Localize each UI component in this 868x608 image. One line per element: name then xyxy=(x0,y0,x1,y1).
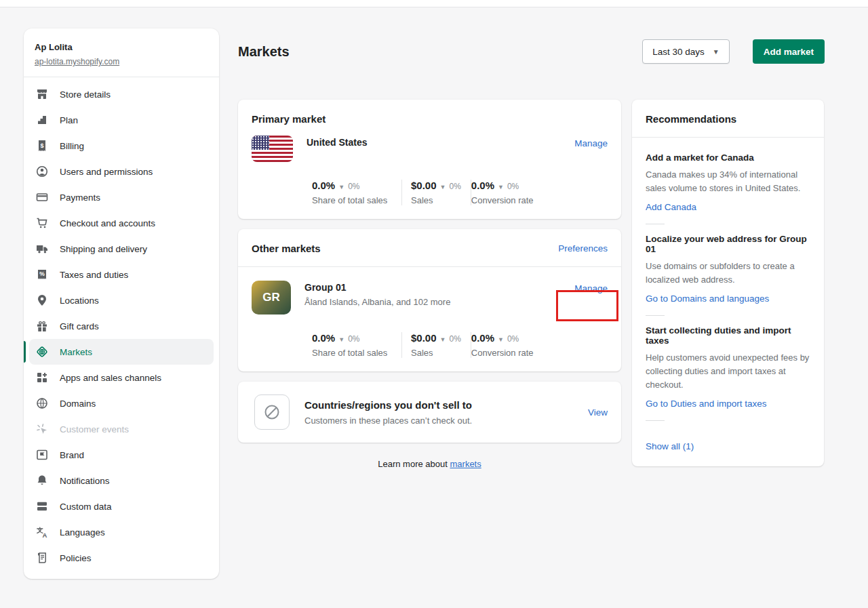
taxes-icon: % xyxy=(35,268,49,281)
gift-icon xyxy=(35,319,49,333)
users-icon xyxy=(35,165,49,178)
settings-nav: Store details Plan $ Billing Users and p… xyxy=(24,77,219,573)
no-sell-view-link[interactable]: View xyxy=(588,407,608,418)
date-range-label: Last 30 days xyxy=(652,47,705,57)
stat-value: $0.00 xyxy=(411,332,437,344)
other-markets-header: Other markets Preferences xyxy=(238,229,621,267)
group-market-regions: Åland Islands, Albania, and 102 more xyxy=(304,297,574,307)
sidebar-item-gift-cards[interactable]: Gift cards xyxy=(29,313,214,339)
billing-icon: $ xyxy=(35,139,49,153)
sidebar-item-notifications[interactable]: Notifications xyxy=(29,468,214,493)
primary-manage-link[interactable]: Manage xyxy=(574,138,608,148)
sidebar-item-languages[interactable]: A Languages xyxy=(29,519,214,545)
sidebar-item-customer-events[interactable]: Customer events xyxy=(29,416,214,442)
settings-sidebar: Ap Lolita ap-lotita.myshopify.com Store … xyxy=(24,28,219,579)
stat-change: 0% xyxy=(507,182,519,191)
sidebar-item-brand[interactable]: Brand xyxy=(29,442,214,468)
sidebar-item-custom-data[interactable]: Custom data xyxy=(29,493,214,519)
chevron-down-icon: ▼ xyxy=(713,48,719,56)
show-all-link[interactable]: Show all (1) xyxy=(646,441,694,451)
stat-label: Conversion rate xyxy=(471,195,534,205)
svg-text:A: A xyxy=(43,531,47,539)
sidebar-item-users-and-permissions[interactable]: Users and permissions xyxy=(29,159,214,184)
sidebar-item-domains[interactable]: Domains xyxy=(29,390,214,416)
sidebar-item-store-details[interactable]: Store details xyxy=(29,81,214,107)
store-icon xyxy=(35,87,49,101)
group-market-row: GR Group 01 Åland Islands, Albania, and … xyxy=(252,281,608,315)
store-domain-link[interactable]: ap-lotita.myshopify.com xyxy=(35,57,119,66)
stat-value: $0.00 xyxy=(411,180,437,191)
domains-icon xyxy=(35,397,49,410)
primary-market-actions: Manage xyxy=(574,136,608,149)
stat-change: 0% xyxy=(348,182,359,191)
divider xyxy=(646,315,665,316)
customer-events-icon xyxy=(35,422,49,436)
recommendations-header: Recommendations xyxy=(632,100,824,138)
caret-down-icon: ▼ xyxy=(498,184,504,190)
stat-change: 0% xyxy=(348,334,359,344)
markets-icon xyxy=(35,345,49,359)
store-name: Ap Lolita xyxy=(35,42,208,52)
add-market-button[interactable]: Add market xyxy=(753,39,825,64)
divider xyxy=(646,420,665,421)
sidebar-item-payments[interactable]: Payments xyxy=(29,184,214,210)
recommendation-link[interactable]: Go to Duties and import taxes xyxy=(646,399,767,409)
languages-icon: A xyxy=(35,525,49,539)
learn-more-prefix: Learn more about xyxy=(378,459,448,469)
preferences-link[interactable]: Preferences xyxy=(558,243,608,254)
locations-icon xyxy=(35,293,49,307)
sidebar-item-conversion-rate: 0.0% ▼ 0% Conversion rate xyxy=(471,180,543,205)
stat-label: Conversion rate xyxy=(471,348,534,358)
primary-market-row: United States Manage xyxy=(252,136,608,162)
stat-label: Share of total sales xyxy=(312,195,392,205)
sidebar-item-apps-and-sales-channels[interactable]: Apps and sales channels xyxy=(29,365,214,390)
date-range-dropdown[interactable]: Last 30 days ▼ xyxy=(642,39,729,64)
no-sell-title: Countries/regions you don't sell to xyxy=(304,399,588,411)
sidebar-item-policies[interactable]: Policies xyxy=(29,545,214,571)
primary-market-card: Primary market United States Manage 0.0%… xyxy=(238,100,621,219)
store-header: Ap Lolita ap-lotita.myshopify.com xyxy=(24,28,219,77)
stat-change: 0% xyxy=(449,182,460,191)
primary-market-title: Primary market xyxy=(252,113,608,125)
recommendations-footer: Show all (1) xyxy=(632,437,824,466)
payments-icon xyxy=(35,190,49,204)
shipping-icon xyxy=(35,242,49,256)
recommendation-item: Start collecting duties and import taxes… xyxy=(646,325,810,421)
recommendations-title: Recommendations xyxy=(646,113,736,125)
brand-icon xyxy=(35,448,49,462)
group-market-stats: 0.0% ▼ 0% Share of total sales $0.00 ▼ xyxy=(304,332,608,358)
sidebar-item-markets[interactable]: Markets xyxy=(29,339,214,365)
sidebar-item-taxes-and-duties[interactable]: % Taxes and duties xyxy=(29,262,214,287)
recommendation-link[interactable]: Add Canada xyxy=(646,202,696,212)
stat-label: Sales xyxy=(411,195,461,205)
recommendation-title: Localize your web address for Group 01 xyxy=(646,234,810,254)
caret-down-icon: ▼ xyxy=(498,336,504,343)
sidebar-item-billing[interactable]: $ Billing xyxy=(29,133,214,159)
sidebar-item-locations[interactable]: Locations xyxy=(29,287,214,313)
us-flag-icon xyxy=(252,136,293,162)
sidebar-item-shipping-and-delivery[interactable]: Shipping and delivery xyxy=(29,236,214,262)
settings-page: Ap Lolita ap-lotita.myshopify.com Store … xyxy=(0,7,868,607)
stat-value: 0.0% xyxy=(471,180,494,191)
apps-icon xyxy=(35,371,49,384)
stat-value: 0.0% xyxy=(312,180,335,191)
caret-down-icon: ▼ xyxy=(440,336,446,343)
other-markets-body: GR Group 01 Åland Islands, Albania, and … xyxy=(238,267,621,371)
primary-market-stats: 0.0% ▼ 0% Share of total sales $0.00 ▼ 0… xyxy=(304,180,608,205)
top-window-strip xyxy=(0,0,868,7)
stat-value: 0.0% xyxy=(312,332,335,344)
sidebar-item-plan[interactable]: Plan xyxy=(29,107,214,133)
no-sell-card: Countries/regions you don't sell to Cust… xyxy=(238,382,621,443)
header-actions: Last 30 days ▼ Add market xyxy=(642,39,825,64)
caret-down-icon: ▼ xyxy=(440,184,446,190)
group-market-name: Group 01 xyxy=(304,281,574,293)
recommendation-body: Canada makes up 34% of international sal… xyxy=(646,168,810,195)
recommendations-panel: Recommendations Add a market for Canada … xyxy=(632,100,824,466)
sidebar-item-checkout-and-accounts[interactable]: Checkout and accounts xyxy=(29,210,214,236)
recommendation-link[interactable]: Go to Domains and languages xyxy=(646,293,769,304)
divider xyxy=(646,224,665,224)
custom-data-icon xyxy=(35,500,49,513)
learn-more-markets-link[interactable]: markets xyxy=(450,459,481,469)
group-manage-link[interactable]: Manage xyxy=(574,283,608,293)
blocked-circle-icon xyxy=(254,394,290,430)
